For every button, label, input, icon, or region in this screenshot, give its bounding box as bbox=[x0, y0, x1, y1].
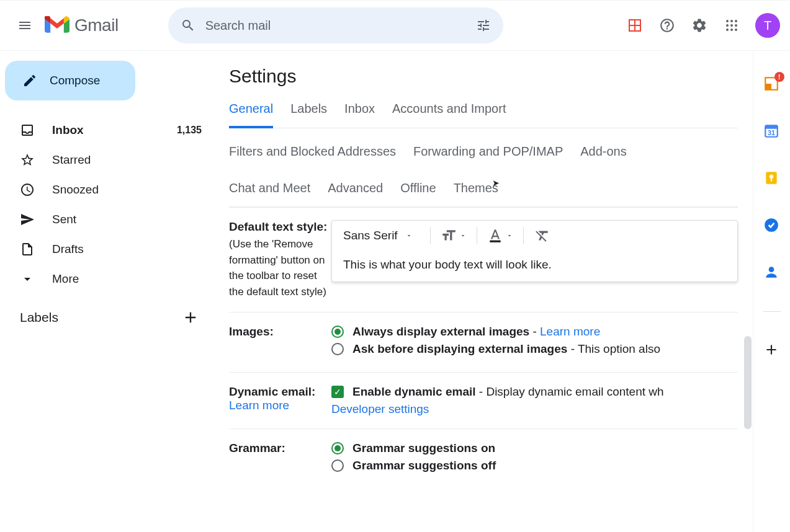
tab-advanced[interactable]: Advanced bbox=[328, 181, 383, 195]
support-icon[interactable] bbox=[658, 17, 676, 34]
scrollbar[interactable] bbox=[744, 336, 752, 429]
text-style-desc: (Use the 'Remove formatting' button on t… bbox=[229, 236, 331, 299]
search-options-icon[interactable] bbox=[476, 18, 491, 33]
grammar-off[interactable]: Grammar suggestions off bbox=[331, 459, 738, 472]
search-icon bbox=[181, 18, 195, 33]
settings-gear-icon[interactable] bbox=[691, 17, 708, 34]
send-icon bbox=[20, 212, 35, 227]
sidebar-item-snoozed[interactable]: Snoozed bbox=[0, 175, 214, 205]
svg-point-7 bbox=[730, 29, 733, 31]
radio-checked[interactable] bbox=[331, 442, 344, 454]
keep-icon[interactable] bbox=[763, 170, 781, 187]
text-color-icon bbox=[487, 228, 503, 244]
suffix: - This option also bbox=[567, 342, 660, 355]
nav-label: Inbox bbox=[52, 123, 159, 137]
svg-rect-11 bbox=[765, 84, 771, 90]
settings-tabs-row3: Chat and Meet Advanced Offline Themes bbox=[229, 170, 738, 207]
developer-settings-link[interactable]: Developer settings bbox=[331, 402, 429, 415]
settings-tabs-row2: Filters and Blocked Addresses Forwarding… bbox=[229, 133, 738, 170]
tab-offline[interactable]: Offline bbox=[400, 181, 436, 195]
nav-label: More bbox=[52, 272, 202, 286]
sidebar-item-sent[interactable]: Sent bbox=[0, 205, 214, 234]
search-input[interactable] bbox=[205, 19, 476, 33]
gmail-icon bbox=[45, 16, 70, 35]
tab-inbox[interactable]: Inbox bbox=[344, 102, 375, 128]
main-menu-button[interactable] bbox=[10, 11, 40, 40]
sidebar-item-drafts[interactable]: Drafts bbox=[0, 234, 214, 264]
dynamic-learn-more[interactable]: Learn more bbox=[229, 399, 289, 412]
get-addons-button[interactable] bbox=[763, 342, 781, 359]
font-size-select[interactable] bbox=[441, 228, 467, 244]
labels-section-header: Labels bbox=[0, 294, 214, 331]
dash: - bbox=[529, 325, 540, 338]
header-actions: T bbox=[626, 13, 780, 38]
inbox-icon bbox=[20, 123, 35, 138]
sidebar-item-more[interactable]: More bbox=[0, 264, 214, 294]
compose-button[interactable]: Compose bbox=[5, 61, 135, 100]
notification-badge: ! bbox=[774, 72, 784, 82]
nav-label: Drafts bbox=[52, 242, 202, 256]
opt-label: Ask before displaying external images bbox=[352, 342, 567, 355]
addon-icon-1[interactable]: ! bbox=[763, 76, 781, 93]
tab-filters[interactable]: Filters and Blocked Addresses bbox=[229, 144, 396, 159]
sidebar: Compose Inbox 1,135 Starred Snoozed Sent… bbox=[0, 51, 214, 532]
tab-general[interactable]: General bbox=[229, 102, 273, 128]
grid-app-icon[interactable] bbox=[626, 17, 644, 34]
dropdown-icon bbox=[405, 232, 413, 239]
account-avatar[interactable]: T bbox=[755, 13, 780, 38]
calendar-icon[interactable]: 31 bbox=[763, 123, 781, 140]
images-option-always[interactable]: Always display external images - Learn m… bbox=[331, 325, 738, 339]
svg-point-6 bbox=[726, 29, 729, 31]
toolbar-divider bbox=[430, 227, 431, 244]
tab-addons[interactable]: Add-ons bbox=[580, 144, 627, 159]
section-text-style: Default text style: (Use the 'Remove for… bbox=[229, 207, 738, 312]
remove-formatting-button[interactable] bbox=[534, 227, 551, 244]
suffix: - Display dynamic email content wh bbox=[476, 385, 664, 398]
add-label-button[interactable] bbox=[182, 309, 199, 326]
radio-unchecked[interactable] bbox=[331, 459, 344, 472]
enable-dynamic-checkbox[interactable]: ✓ bbox=[331, 386, 344, 398]
tab-accounts[interactable]: Accounts and Import bbox=[392, 102, 506, 128]
text-color-select[interactable] bbox=[487, 228, 513, 244]
clock-icon bbox=[20, 182, 35, 197]
tab-forwarding[interactable]: Forwarding and POP/IMAP bbox=[413, 144, 563, 159]
dynamic-content: ✓ Enable dynamic email - Display dynamic… bbox=[331, 385, 738, 416]
sidebar-item-inbox[interactable]: Inbox 1,135 bbox=[0, 115, 214, 145]
svg-point-3 bbox=[726, 24, 729, 27]
checkbox-label: Enable dynamic email bbox=[352, 385, 476, 398]
radio-unchecked[interactable] bbox=[331, 343, 344, 355]
font-family-select[interactable]: Sans Serif bbox=[343, 229, 420, 242]
tasks-icon[interactable] bbox=[763, 217, 781, 234]
labels-title: Labels bbox=[20, 310, 58, 325]
google-apps-icon[interactable] bbox=[723, 17, 740, 34]
page-title: Settings bbox=[229, 66, 738, 87]
dynamic-label: Dynamic email: bbox=[229, 385, 315, 398]
header: Gmail T bbox=[0, 0, 790, 51]
images-option-ask[interactable]: Ask before displaying external images - … bbox=[331, 342, 738, 356]
text-style-label-col: Default text style: (Use the 'Remove for… bbox=[229, 220, 331, 299]
section-grammar: Grammar: Grammar suggestions on Grammar … bbox=[229, 428, 738, 489]
contacts-icon[interactable] bbox=[763, 264, 781, 282]
grammar-on[interactable]: Grammar suggestions on bbox=[331, 441, 738, 455]
radio-checked[interactable] bbox=[331, 326, 344, 338]
svg-point-4 bbox=[730, 24, 733, 27]
grammar-content: Grammar suggestions on Grammar suggestio… bbox=[331, 441, 738, 476]
svg-point-0 bbox=[726, 20, 729, 22]
opt-label: Always display external images bbox=[352, 325, 529, 338]
toolbar-divider bbox=[523, 227, 524, 244]
tab-chat[interactable]: Chat and Meet bbox=[229, 181, 310, 195]
tab-themes[interactable]: Themes bbox=[454, 181, 498, 195]
section-dynamic-email: Dynamic email: Learn more ✓ Enable dynam… bbox=[229, 372, 738, 428]
svg-rect-17 bbox=[770, 179, 771, 181]
settings-tabs: General Labels Inbox Accounts and Import bbox=[229, 102, 738, 128]
tab-labels[interactable]: Labels bbox=[290, 102, 327, 128]
gmail-logo-text: Gmail bbox=[74, 16, 119, 35]
images-content: Always display external images - Learn m… bbox=[331, 325, 738, 360]
gmail-logo[interactable]: Gmail bbox=[45, 16, 119, 35]
search-bar[interactable] bbox=[168, 7, 503, 43]
text-style-toolbar: Sans Serif bbox=[332, 221, 737, 250]
sidebar-item-starred[interactable]: Starred bbox=[0, 145, 214, 175]
compose-label: Compose bbox=[50, 74, 100, 87]
learn-more-link[interactable]: Learn more bbox=[540, 325, 600, 338]
dropdown-icon bbox=[459, 232, 467, 239]
